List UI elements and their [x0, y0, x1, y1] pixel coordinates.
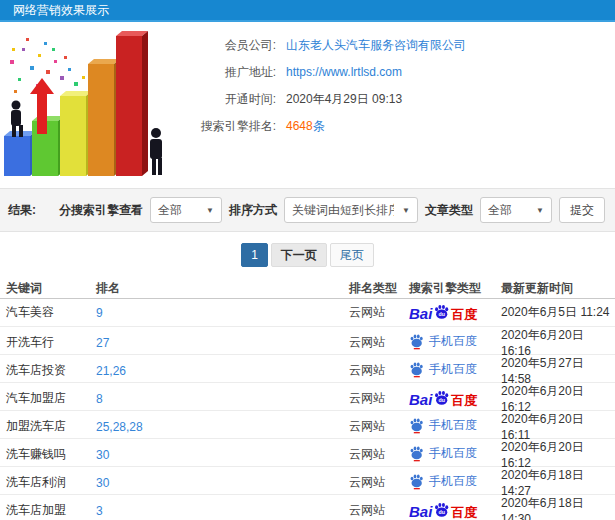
bar-red: [116, 31, 148, 176]
page-title: 网络营销效果展示: [13, 2, 109, 19]
engine-filter-select[interactable]: 全部 ▼: [150, 197, 222, 223]
chevron-down-icon: ▼: [206, 206, 214, 215]
article-type-label: 文章类型: [425, 202, 473, 219]
info-section: 会员公司: 山东老人头汽车服务咨询有限公司 推广地址: https://www.…: [0, 22, 615, 188]
updated-time-cell: 2020年6月18日 14:27: [501, 467, 615, 498]
engine-type-cell: 手机百度: [409, 417, 501, 437]
table-row: 开洗车行27云网站手机百度2020年6月20日 16:16: [0, 327, 615, 355]
svg-text:du: du: [439, 311, 445, 317]
baidu-paw-icon: du: [433, 304, 450, 321]
engine-rank-label: 搜索引擎排名:: [168, 118, 276, 135]
keyword-cell: 洗车店投资: [6, 362, 96, 379]
pagination: 1 下一页 尾页: [0, 232, 615, 278]
filter-controls: 分搜索引擎查看 全部 ▼ 排序方式 关键词由短到长排序 ▼ 文章类型 全部 ▼ …: [59, 197, 605, 223]
baidu-logo: Baidu百度: [409, 304, 477, 321]
header-updated: 最新更新时间: [501, 280, 615, 297]
engine-type-cell: 手机百度: [409, 361, 501, 381]
header-engine-type: 搜索引擎类型: [409, 280, 501, 297]
rank-link[interactable]: 8: [96, 392, 349, 406]
submit-button[interactable]: 提交: [559, 197, 605, 223]
mobile-baidu-logo: 手机百度: [409, 445, 477, 462]
table-body: 汽车美容9云网站Baidu百度2020年6月5日 11:24开洗车行27云网站手…: [0, 299, 615, 520]
rank-unit: 条: [313, 119, 325, 133]
updated-time-cell: 2020年6月20日 16:11: [501, 411, 615, 442]
chevron-down-icon: ▼: [402, 206, 410, 215]
growth-chart-illustration: [0, 26, 168, 186]
bar-yellow: [60, 91, 92, 176]
rank-type-cell: 云网站: [349, 390, 409, 407]
svg-text:du: du: [439, 509, 445, 515]
member-company-row: 会员公司: 山东老人头汽车服务咨询有限公司: [168, 36, 466, 54]
engine-type-cell: Baidu百度: [409, 502, 501, 520]
businessman-right: [150, 128, 162, 175]
results-table: 关键词 排名 排名类型 搜索引擎类型 最新更新时间 汽车美容9云网站Baidu百…: [0, 278, 615, 520]
rank-link[interactable]: 30: [96, 476, 349, 490]
rank-type-cell: 云网站: [349, 446, 409, 463]
engine-rank-value: 4648条: [286, 118, 325, 135]
rank-type-cell: 云网站: [349, 362, 409, 379]
sort-filter-value: 关键词由短到长排序: [292, 202, 394, 219]
promo-url-link[interactable]: https://www.lrtlsd.com: [286, 65, 402, 79]
updated-time-cell: 2020年6月5日 11:24: [501, 304, 615, 321]
mobile-baidu-logo: 手机百度: [409, 333, 477, 350]
engine-type-cell: Baidu百度: [409, 390, 501, 408]
keyword-cell: 洗车店利润: [6, 474, 96, 491]
page-header: 网络营销效果展示: [0, 0, 615, 22]
engine-type-cell: 手机百度: [409, 445, 501, 465]
mobile-baidu-logo: 手机百度: [409, 417, 477, 434]
header-keyword: 关键词: [6, 280, 96, 297]
updated-time-cell: 2020年6月20日 16:16: [501, 327, 615, 358]
table-row: 加盟洗车店25,28,28云网站手机百度2020年6月20日 16:11: [0, 411, 615, 439]
baidu-logo: Baidu百度: [409, 390, 477, 407]
page-last-button[interactable]: 尾页: [330, 243, 374, 267]
rank-type-cell: 云网站: [349, 304, 409, 321]
keyword-cell: 洗车赚钱吗: [6, 446, 96, 463]
mobile-baidu-logo: 手机百度: [409, 473, 477, 490]
mobile-baidu-logo: 手机百度: [409, 361, 477, 378]
article-type-value: 全部: [488, 202, 528, 219]
engine-type-cell: 手机百度: [409, 473, 501, 493]
baidu-paw-icon: du: [433, 390, 450, 407]
header-rank-type: 排名类型: [349, 280, 409, 297]
table-row: 汽车加盟店8云网站Baidu百度2020年6月20日 16:12: [0, 383, 615, 411]
keyword-cell: 汽车加盟店: [6, 390, 96, 407]
rank-link[interactable]: 30: [96, 448, 349, 462]
svg-text:du: du: [439, 397, 445, 403]
sort-filter-select[interactable]: 关键词由短到长排序 ▼: [284, 197, 418, 223]
result-label: 结果:: [8, 202, 36, 219]
member-company-link[interactable]: 山东老人头汽车服务咨询有限公司: [286, 37, 466, 54]
bar-orange: [88, 59, 120, 176]
rank-link[interactable]: 3: [96, 504, 349, 518]
baidu-paw-icon: [409, 361, 424, 378]
table-row: 洗车店利润30云网站手机百度2020年6月18日 14:27: [0, 467, 615, 495]
page-current[interactable]: 1: [241, 243, 268, 267]
page-next-button[interactable]: 下一页: [271, 243, 327, 267]
engine-filter-label: 分搜索引擎查看: [59, 202, 143, 219]
filter-bar: 结果: 分搜索引擎查看 全部 ▼ 排序方式 关键词由短到长排序 ▼ 文章类型 全…: [0, 188, 615, 232]
promo-url-label: 推广地址:: [168, 64, 276, 81]
table-row: 洗车店加盟3云网站Baidu百度2020年6月18日 14:30: [0, 495, 615, 520]
member-company-label: 会员公司:: [168, 37, 276, 54]
open-time-label: 开通时间:: [168, 91, 276, 108]
table-header-row: 关键词 排名 排名类型 搜索引擎类型 最新更新时间: [0, 278, 615, 299]
baidu-paw-icon: [409, 333, 424, 350]
open-time-row: 开通时间: 2020年4月29日 09:13: [168, 90, 466, 108]
engine-rank-row: 搜索引擎排名: 4648条: [168, 117, 466, 135]
sort-filter-label: 排序方式: [229, 202, 277, 219]
bar-blue: [4, 131, 36, 176]
rank-count: 4648: [286, 119, 313, 133]
baidu-paw-icon: [409, 473, 424, 490]
article-type-select[interactable]: 全部 ▼: [480, 197, 552, 223]
bar-green: [32, 116, 64, 176]
rank-link[interactable]: 25,28,28: [96, 420, 349, 434]
table-row: 洗车赚钱吗30云网站手机百度2020年6月20日 16:12: [0, 439, 615, 467]
baidu-paw-icon: [409, 417, 424, 434]
table-row: 洗车店投资21,26云网站手机百度2020年5月27日 14:58: [0, 355, 615, 383]
rank-link[interactable]: 21,26: [96, 364, 349, 378]
rank-link[interactable]: 27: [96, 336, 349, 350]
member-info-list: 会员公司: 山东老人头汽车服务咨询有限公司 推广地址: https://www.…: [168, 22, 466, 188]
updated-time-cell: 2020年5月27日 14:58: [501, 355, 615, 386]
rank-link[interactable]: 9: [96, 306, 349, 320]
open-time-value: 2020年4月29日 09:13: [286, 91, 402, 108]
engine-type-cell: Baidu百度: [409, 304, 501, 322]
